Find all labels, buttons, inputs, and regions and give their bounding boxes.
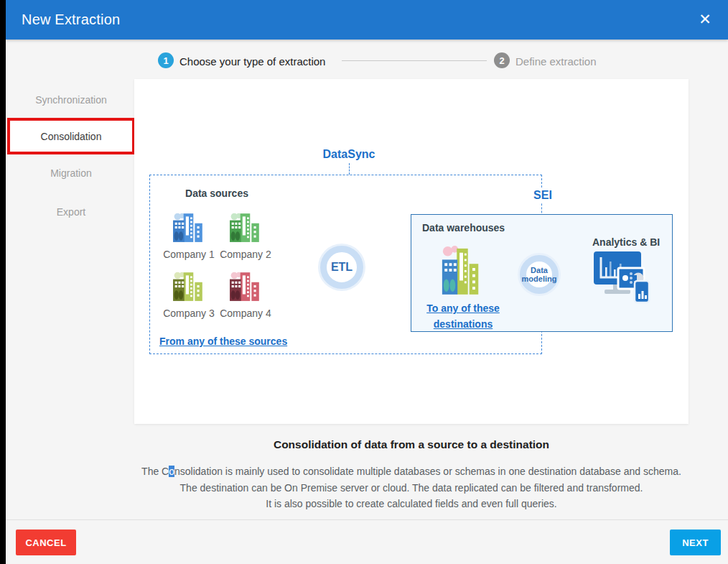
description-heading: Consolidation of data from a source to a… <box>134 438 689 451</box>
description-line-2: The destination can be On Premise server… <box>106 480 717 496</box>
company-3-label: Company 3 <box>160 308 218 319</box>
footer-divider <box>6 519 728 520</box>
data-warehouses-title: Data warehouses <box>422 222 505 234</box>
company-1-building-icon <box>172 212 205 242</box>
description-body: The Consolidation is mainly used to cons… <box>106 463 717 512</box>
cancel-button[interactable]: CANCEL <box>16 530 76 555</box>
company-2-building-icon <box>229 212 262 242</box>
company-4-label: Company 4 <box>217 308 274 319</box>
step-1-label: Choose your type of extraction <box>179 55 325 68</box>
sidebar-item-migration[interactable]: Migration <box>7 167 135 179</box>
company-1-label: Company 1 <box>160 249 218 260</box>
sources-link[interactable]: From any of these sources <box>159 336 287 347</box>
description-line-1: The Consolidation is mainly used to cons… <box>106 463 717 480</box>
sidebar-item-export[interactable]: Export <box>7 206 135 218</box>
text-selection-highlight: o <box>169 466 174 477</box>
close-icon[interactable]: ✕ <box>692 6 718 32</box>
datasync-connector-line <box>349 163 350 175</box>
etl-label: ETL <box>331 261 353 274</box>
description-line1-post: nsolidation is mainly used to consolidat… <box>174 466 681 477</box>
data-warehouse-building-icon <box>439 243 484 295</box>
company-3-building-icon <box>172 271 205 301</box>
description-line-3: It is also possible to create calculated… <box>106 496 717 512</box>
dialog-header: New Extraction ✕ <box>6 0 728 40</box>
backdrop-strip <box>0 0 6 564</box>
destinations-link-line1[interactable]: To any of these <box>411 302 515 314</box>
stepper-connector <box>342 60 487 61</box>
analytics-bi-monitor-icon <box>591 250 657 303</box>
company-2-label: Company 2 <box>217 249 274 260</box>
data-sources-title: Data sources <box>167 188 267 199</box>
sei-label: SEI <box>528 188 558 203</box>
data-modeling-circle: Data modeling <box>520 255 559 294</box>
dialog-title: New Extraction <box>22 11 120 28</box>
step-2-label: Define extraction <box>515 55 597 68</box>
step-2-indicator: 2 <box>494 52 510 68</box>
datasync-label: DataSync <box>313 148 385 161</box>
step-1-indicator: 1 <box>158 52 174 68</box>
description-line1-pre: The C <box>141 466 169 477</box>
sidebar-item-consolidation[interactable]: Consolidation <box>7 118 135 154</box>
sidebar-item-synchronization[interactable]: Synchronization <box>7 94 135 106</box>
data-modeling-label-line2: modeling <box>522 274 557 283</box>
company-4-building-icon <box>229 271 262 301</box>
destinations-link-line2[interactable]: destinations <box>411 318 515 330</box>
etl-circle: ETL <box>320 246 363 289</box>
sidebar-item-consolidation-label: Consolidation <box>41 131 102 142</box>
analytics-bi-title: Analytics & BI <box>592 236 660 248</box>
next-button[interactable]: NEXT <box>670 530 721 555</box>
data-modeling-label-line1: Data <box>531 266 548 274</box>
